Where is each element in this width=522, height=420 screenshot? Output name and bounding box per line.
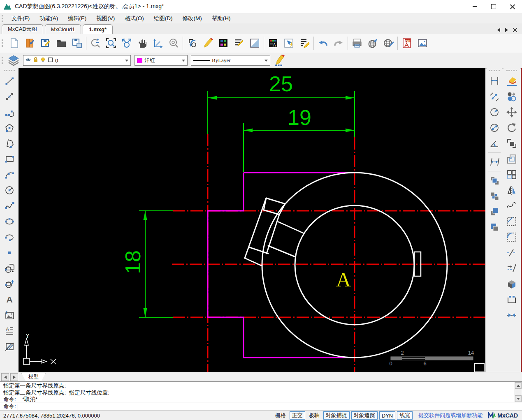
draw-pencil-button[interactable] (200, 35, 216, 51)
edit-polyline-button[interactable] (504, 292, 520, 307)
export-pdf-button[interactable]: PDF (399, 35, 415, 51)
menu-file[interactable]: 文件(F) (7, 14, 35, 23)
explode-button[interactable] (504, 276, 520, 292)
maximize-button[interactable] (484, 0, 503, 13)
publish-web-button[interactable] (365, 35, 380, 51)
minimize-button[interactable] (465, 0, 484, 13)
edit-spline-button[interactable] (504, 198, 520, 214)
tab-scroll-left-icon[interactable] (497, 28, 500, 32)
quick-select-button[interactable] (281, 35, 297, 51)
image-button[interactable] (2, 307, 17, 323)
dim-linear-button[interactable] (487, 73, 502, 89)
text-button[interactable]: A (2, 292, 17, 307)
text-style-button[interactable] (231, 35, 247, 51)
dim-aligned-button[interactable] (487, 89, 502, 104)
circle-button[interactable] (2, 182, 17, 198)
scroll-down-icon[interactable] (515, 395, 522, 402)
tab-1mxg-active[interactable]: 1.mxg* (83, 24, 113, 34)
erase-button[interactable] (504, 73, 520, 89)
move-button[interactable] (504, 104, 520, 120)
tab-mxcloud1[interactable]: MxCloud1 (45, 24, 81, 34)
model-tab-next-icon[interactable] (10, 373, 18, 381)
layer-select[interactable]: 0 (23, 55, 131, 66)
rectangle-button[interactable] (2, 151, 17, 167)
dim-diameter-button[interactable] (487, 120, 502, 136)
layers-icon[interactable] (7, 55, 20, 66)
mirror-button[interactable] (504, 182, 520, 198)
stretch-button[interactable] (504, 136, 520, 151)
insert-block-button[interactable] (2, 261, 17, 276)
scroll-up-icon[interactable] (515, 382, 522, 389)
point-button[interactable] (2, 245, 17, 261)
undo-button[interactable] (315, 35, 331, 51)
break-button[interactable] (504, 245, 520, 261)
tab-close-icon[interactable] (513, 28, 517, 32)
ellipse-arc-button[interactable] (2, 229, 17, 245)
menu-help[interactable]: 帮助(H) (207, 14, 236, 23)
offset-button[interactable] (504, 151, 520, 167)
join-button[interactable] (504, 307, 520, 323)
toggle-lineweight[interactable]: 线宽 (397, 411, 413, 420)
break-at-point-button[interactable] (504, 261, 520, 276)
ellipse-button[interactable] (2, 214, 17, 229)
model-tab[interactable]: 模型 (21, 373, 46, 381)
tab-scroll-right-icon[interactable] (505, 28, 508, 32)
copy-button[interactable] (504, 89, 520, 104)
spline-button[interactable] (2, 198, 17, 214)
toggle-polar[interactable]: 极轴 (307, 412, 322, 419)
previous-view-button[interactable] (184, 35, 200, 51)
drawing-canvas[interactable]: 25 19 18 A 2 14 0 6 Y (19, 68, 485, 372)
match-properties-button[interactable] (297, 35, 312, 51)
open-drawing-button[interactable] (22, 35, 38, 51)
draworder-back-button[interactable] (487, 188, 502, 204)
ucs-axes-button[interactable] (150, 35, 166, 51)
toggle-otrack[interactable]: 对象追踪 (351, 411, 378, 420)
print-button[interactable] (349, 35, 365, 51)
command-input-row[interactable]: 命令: (0, 402, 522, 411)
feedback-link[interactable]: 提交软件问题或增加新功能 (418, 412, 483, 419)
command-scrollbar[interactable] (515, 382, 522, 402)
arc-button[interactable] (2, 167, 17, 182)
zoom-center-button[interactable] (166, 35, 181, 51)
draworder-above-button[interactable] (487, 204, 502, 219)
new-file-button[interactable] (7, 35, 22, 51)
fillet-button[interactable] (504, 229, 520, 245)
linetype-select[interactable]: ByLayer (191, 55, 270, 66)
zoom-dynamic-button[interactable] (88, 35, 103, 51)
menu-draw[interactable]: 绘图(D) (149, 14, 178, 23)
toggle-dyn[interactable]: DYN (379, 411, 395, 420)
draworder-front-button[interactable] (487, 173, 502, 188)
toggle-osnap[interactable]: 对象捕捉 (323, 411, 350, 420)
redo-button[interactable] (331, 35, 346, 51)
close-button[interactable] (503, 0, 522, 13)
toggle-ortho[interactable]: 正交 (290, 411, 305, 420)
draworder-below-button[interactable] (487, 219, 502, 235)
color-palette-button[interactable] (216, 35, 231, 51)
zoom-extents-button[interactable] (119, 35, 135, 51)
polygon-button[interactable] (2, 120, 17, 136)
chamfer-button[interactable] (504, 214, 520, 229)
polyline-arc-button[interactable] (2, 104, 17, 120)
web-open-button[interactable] (380, 35, 396, 51)
array-button[interactable] (504, 167, 520, 182)
menu-format[interactable]: 格式(O) (120, 14, 149, 23)
zoom-window-button[interactable] (103, 35, 119, 51)
menu-function[interactable]: 功能(A) (35, 14, 63, 23)
model-tab-prev-icon[interactable] (1, 373, 9, 381)
menu-modify[interactable]: 修改(M) (178, 14, 207, 23)
dim-radius-button[interactable] (487, 104, 502, 120)
rotate-button[interactable] (504, 120, 520, 136)
line-button[interactable] (2, 73, 17, 89)
construction-line-button[interactable] (2, 89, 17, 104)
open-folder-button[interactable] (53, 35, 69, 51)
mtext-button[interactable]: A (2, 323, 17, 339)
text-color-button[interactable]: A (265, 35, 281, 51)
create-block-button[interactable] (2, 276, 17, 292)
save-as-button[interactable] (69, 35, 85, 51)
pan-button[interactable] (135, 35, 150, 51)
export-image-button[interactable] (415, 35, 430, 51)
dim-angular-button[interactable] (487, 136, 502, 151)
new-layout-button[interactable] (247, 35, 262, 51)
toggle-grid[interactable]: 栅格 (273, 412, 288, 419)
dim-continue-button[interactable] (487, 154, 502, 170)
